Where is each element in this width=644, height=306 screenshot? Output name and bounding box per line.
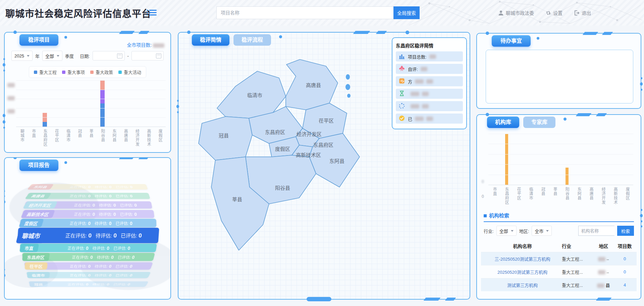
- report-row-茌平区[interactable]: 茌平区正在评估: 0待评估: 0已评估: 0: [24, 262, 153, 270]
- summary-label: 项目总数:: [408, 53, 427, 60]
- map-tabset: 稳评简情稳评流程: [192, 34, 271, 46]
- x-axis-label: 东昌府区: [43, 129, 47, 157]
- region-badge: 市直: [19, 244, 39, 252]
- summary-label: 自评:: [408, 66, 418, 72]
- industry-select[interactable]: 全部: [496, 226, 517, 236]
- legend-swatch: [34, 71, 37, 74]
- summary-row: 已: [396, 114, 463, 124]
- flower-icon: [398, 65, 405, 73]
- doc-edit-icon: [398, 78, 405, 85]
- hourglass-icon: [398, 90, 405, 98]
- report-row-冠县[interactable]: 冠县正在评估: 0待评估: 0已评估: 0: [29, 281, 149, 287]
- projects-bar-chart: 聊城市市直东昌府区茌平区临清市冠县莘县阳谷县东阿县高唐县经济开发高新技术度假区: [16, 80, 166, 147]
- panel-title-badge: 稳评项目: [19, 34, 58, 46]
- region-stats: 正在评估: 0待评估: 0已评估: 0: [52, 194, 150, 198]
- year-select[interactable]: 2025: [11, 51, 33, 61]
- logout-button[interactable]: 退出: [574, 9, 591, 16]
- org-project-count: 0: [615, 256, 635, 261]
- calendar-icon: [117, 53, 122, 58]
- summary-row: 自评:: [396, 64, 463, 74]
- region-badge: 东昌府区: [22, 253, 50, 261]
- summary-label: 已: [408, 116, 412, 122]
- report-row-临清市[interactable]: 临清市正在评估: 0待评估: 0已评估: 0: [26, 272, 151, 278]
- calendar-icon: [156, 53, 161, 58]
- legend-item[interactable]: 重大政策: [90, 69, 113, 75]
- region-badge: 茌平区: [25, 262, 48, 270]
- org-name-input[interactable]: [578, 226, 614, 236]
- legend-item[interactable]: 重大事项: [62, 69, 85, 75]
- org-region: ..: [592, 269, 615, 274]
- x-axis-label: 高唐县: [123, 129, 128, 157]
- report-row-东昌府区[interactable]: 东昌府区正在评估: 0待评估: 0已评估: 0: [22, 253, 155, 261]
- tab-机构库[interactable]: 机构库: [487, 117, 519, 128]
- report-row-经济开发区[interactable]: 经济开发区正在评估: 0待评估: 0已评估: 0: [23, 201, 152, 209]
- user-icon: [498, 10, 504, 16]
- map-region-gaotang[interactable]: [286, 59, 338, 110]
- table-header: 机构名称行业地区项目数: [481, 240, 637, 252]
- report-row-度假区[interactable]: 度假区正在评估: 0待评估: 0已评估: 0: [19, 219, 156, 227]
- org-name-link[interactable]: 三-20250520测试第三方机构: [483, 256, 562, 262]
- logout-label: 退出: [582, 9, 591, 16]
- settings-button[interactable]: 设置: [545, 9, 562, 16]
- bar-阳谷县: [566, 168, 569, 185]
- org-industry: 重大工程...: [562, 282, 592, 288]
- bullet-square-icon: [484, 214, 487, 217]
- summary-label: 方: [408, 78, 412, 85]
- region-badge: 高新技术区: [20, 210, 55, 218]
- region-select[interactable]: 全市: [532, 226, 552, 236]
- region-badge: 东阿县: [27, 184, 54, 189]
- x-axis-label: 高新技术: [146, 129, 151, 157]
- org-name-link[interactable]: 20250520测试第三方机构: [483, 269, 562, 275]
- legend-item[interactable]: 重大活动: [118, 69, 141, 75]
- tab-专家库[interactable]: 专家库: [523, 117, 555, 128]
- dots-circle-icon: [398, 102, 405, 110]
- bar-东昌府区: [43, 113, 47, 127]
- map-region-dongexian[interactable]: [309, 133, 360, 187]
- chevron-down-icon: [57, 55, 59, 57]
- table-row[interactable]: 20250520测试第三方机构重大工程... ..0: [481, 265, 637, 278]
- summary-row: 方: [396, 76, 463, 86]
- org-bar-chart: 市直东昌府区茌平区临清市冠县莘县阳谷县东阿县高唐县经济开发高新技术度假区: [488, 134, 633, 210]
- x-axis-label: 临清市: [66, 129, 70, 157]
- region-stats: 正在评估: 0待评估: 0已评估: 0: [48, 232, 159, 239]
- settings-label: 设置: [553, 9, 562, 16]
- report-row-东阿县[interactable]: 东阿县正在评估: 0待评估: 0已评估: 0: [28, 184, 148, 189]
- x-axis-label: 阳谷县: [100, 129, 105, 157]
- report-row-高唐县[interactable]: 高唐县正在评估: 0待评估: 0已评估: 0: [25, 193, 150, 199]
- chart-legend: 重大工程重大事项重大政策重大活动: [29, 66, 146, 78]
- global-search-input[interactable]: [216, 6, 393, 19]
- redacted-value: [153, 43, 164, 48]
- org-search-button[interactable]: 检索: [617, 226, 634, 236]
- tab-稳评简情[interactable]: 稳评简情: [192, 34, 229, 46]
- region-badge: 临清市: [27, 272, 50, 278]
- region-badge: 经济开发区: [23, 201, 58, 209]
- region-stats: 正在评估: 0待评估: 0已评估: 0: [53, 254, 155, 260]
- legend-item[interactable]: 重大工程: [34, 69, 57, 75]
- region-label: 地区:: [519, 228, 529, 234]
- table-row[interactable]: 测试第三方机构重大工程... 县4: [481, 278, 637, 291]
- report-row-高新技术区[interactable]: 高新技术区正在评估: 0待评估: 0已评估: 0: [21, 210, 155, 218]
- legend-swatch: [62, 71, 65, 74]
- global-search-button[interactable]: 全局搜索: [393, 6, 420, 19]
- industry-label: 行业:: [484, 228, 494, 234]
- x-axis-label: 聊城市: [20, 129, 24, 157]
- date-end-input[interactable]: [131, 51, 164, 60]
- quarter-select[interactable]: 全部: [42, 51, 62, 61]
- org-table: 机构名称行业地区项目数三-20250520测试第三方机构重大工程... ..02…: [481, 240, 637, 291]
- report-row-市直[interactable]: 市直正在评估: 0待评估: 0已评估: 0: [20, 244, 157, 252]
- bar-segment-重大工程: [43, 122, 47, 127]
- hamburger-menu-icon[interactable]: [147, 8, 157, 17]
- report-row-聊城市[interactable]: 聊城市正在评估: 0待评估: 0已评估: 0: [17, 228, 159, 243]
- tab-稳评流程[interactable]: 稳评流程: [233, 34, 271, 46]
- region-stats: 正在评估: 0待评估: 0已评估: 0: [42, 245, 157, 251]
- org-name-link[interactable]: 测试第三方机构: [483, 282, 562, 288]
- region-stats: 正在评估: 0待评估: 0已评估: 0: [46, 220, 156, 226]
- table-row[interactable]: 三-20250520测试第三方机构重大工程... ..0: [481, 252, 637, 265]
- bar-segment-重大政策: [100, 80, 105, 90]
- map-region-guanxian[interactable]: [199, 117, 252, 160]
- date-start-input[interactable]: [93, 51, 125, 60]
- user-menu[interactable]: 聊城市政法委: [498, 9, 534, 16]
- citywide-project-count: 全市项目数:: [127, 41, 164, 48]
- x-axis-label: 度假区: [158, 129, 162, 157]
- quarter-suffix: 季度: [65, 53, 74, 59]
